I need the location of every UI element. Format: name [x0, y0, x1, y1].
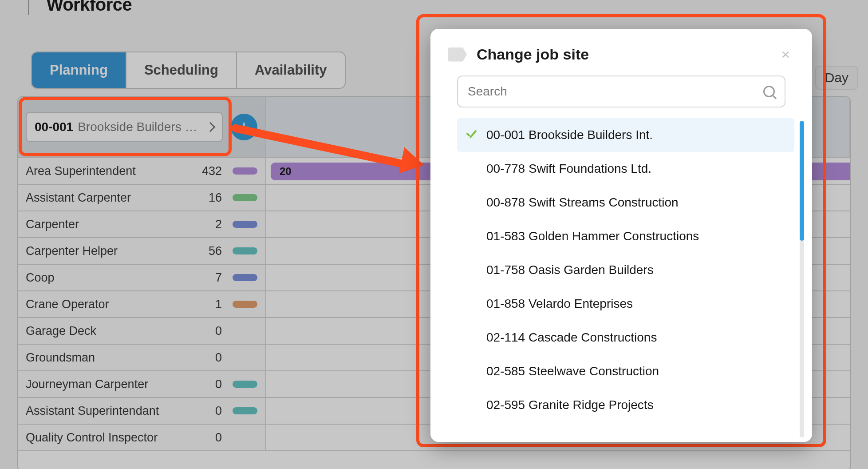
chevron-right-icon — [205, 122, 216, 132]
role-count: 0 — [215, 378, 222, 391]
job-site-option-label: 00-778 Swift Foundations Ltd. — [486, 162, 651, 176]
role-color-pill — [233, 407, 257, 414]
job-selector-wrap: 00-001 Brookside Builders … + — [18, 97, 266, 157]
modal-title: Change job site — [477, 46, 767, 63]
tab-scheduling[interactable]: Scheduling — [126, 52, 237, 88]
role-color-pill — [233, 301, 257, 308]
allocation-bar-next[interactable] — [832, 163, 851, 180]
job-site-option-label: 00-878 Swift Streams Construction — [486, 195, 679, 210]
role-count-group: 1 — [215, 298, 257, 311]
job-site-option[interactable]: 00-878 Swift Streams Construction — [457, 186, 794, 219]
add-job-button[interactable]: + — [231, 114, 257, 140]
role-count-group: 0 — [215, 431, 257, 445]
brand-separator — [28, 0, 29, 15]
role-label: Area Superintendent — [26, 164, 136, 178]
options-list-wrap: 00-001 Brookside Builders Int.00-778 Swi… — [430, 118, 812, 442]
role-row-left: Carpenter Helper56 — [18, 238, 266, 264]
job-site-option-label: 01-758 Oasis Garden Builders — [486, 263, 654, 277]
view-tabbar: PlanningSchedulingAvailability — [31, 52, 346, 89]
job-site-option-label: 01-583 Golden Hammer Constructions — [486, 229, 699, 243]
role-count-group: 7 — [215, 271, 257, 285]
role-count-group: 0 — [215, 324, 257, 338]
modal-header: Change job site × — [430, 29, 812, 76]
role-color-pill — [233, 247, 257, 254]
plus-icon: + — [239, 117, 249, 137]
job-site-option-label: 01-858 Velardo Enteprises — [486, 297, 633, 311]
role-row-left: Carpenter2 — [18, 211, 266, 237]
role-count: 0 — [215, 404, 222, 418]
check-icon — [465, 131, 477, 139]
tab-availability[interactable]: Availability — [237, 52, 345, 88]
role-count-group: 0 — [215, 351, 257, 365]
role-count-group: 0 — [215, 404, 257, 418]
role-row-left: Assistant Carpenter16 — [18, 185, 266, 211]
app-brand-row: Workforce — [16, 0, 132, 15]
role-row-left: Assistant Superintendant0 — [18, 398, 266, 424]
role-label: Assistant Superintendant — [26, 404, 159, 418]
role-label: Carpenter Helper — [26, 244, 118, 258]
job-name: Brookside Builders … — [78, 120, 202, 134]
options-list: 00-001 Brookside Builders Int.00-778 Swi… — [457, 118, 794, 442]
job-site-option[interactable]: 01-858 Velardo Enteprises — [457, 287, 794, 321]
role-count: 56 — [209, 244, 222, 258]
role-count-group: 16 — [209, 191, 257, 205]
role-color-pill — [233, 221, 257, 228]
change-job-site-modal: Change job site × 00-001 Brookside Build… — [430, 29, 812, 442]
role-color-pill — [233, 274, 257, 281]
job-site-option-label: 02-595 Granite Ridge Projects — [486, 398, 654, 412]
role-row-left: Crane Operator1 — [18, 291, 266, 317]
role-label: Garage Deck — [26, 324, 96, 338]
job-site-option[interactable]: 02-114 Cascade Constructions — [457, 321, 794, 354]
search-box[interactable] — [457, 76, 785, 107]
role-color-pill — [233, 381, 257, 388]
timescale-toggle-day[interactable]: Day — [815, 66, 858, 90]
role-label: Journeyman Carpenter — [26, 378, 148, 391]
close-icon[interactable]: × — [777, 44, 794, 65]
role-row-left: Coop7 — [18, 265, 266, 290]
job-site-option[interactable]: 01-583 Golden Hammer Constructions — [457, 219, 794, 253]
role-count: 7 — [215, 271, 222, 285]
role-row-left: Journeyman Carpenter0 — [18, 371, 266, 397]
job-site-option[interactable]: 00-778 Swift Foundations Ltd. — [457, 152, 794, 186]
role-row-left: Quality Control Inspector0 — [18, 425, 266, 450]
role-count: 0 — [215, 324, 222, 338]
role-color-pill — [233, 194, 257, 201]
page-title: Workforce — [47, 0, 132, 14]
job-site-option-label: 02-585 Steelwave Construction — [486, 364, 659, 378]
search-icon — [763, 86, 775, 97]
role-label: Groundsman — [26, 351, 95, 365]
role-count: 16 — [209, 191, 222, 205]
tag-icon — [448, 48, 467, 62]
role-color-pill — [233, 167, 257, 175]
role-count-group: 56 — [209, 244, 257, 258]
role-label: Carpenter — [26, 218, 79, 231]
job-site-option[interactable]: 02-585 Steelwave Construction — [457, 354, 794, 388]
role-count-group: 0 — [215, 378, 257, 391]
role-count: 0 — [215, 351, 222, 365]
role-label: Quality Control Inspector — [26, 431, 158, 445]
role-label: Crane Operator — [26, 298, 109, 311]
job-site-option-label: 02-114 Cascade Constructions — [486, 330, 657, 345]
role-row-left: Garage Deck0 — [18, 318, 266, 344]
role-count: 1 — [215, 298, 222, 311]
role-row-left: Groundsman0 — [18, 345, 266, 370]
job-code: 00-001 — [35, 120, 73, 134]
job-site-option-label: 00-001 Brookside Builders Int. — [486, 128, 653, 142]
role-count-group: 432 — [202, 164, 257, 178]
role-count: 0 — [215, 431, 222, 445]
search-wrap — [430, 76, 812, 118]
job-site-option[interactable]: 00-001 Brookside Builders Int. — [457, 118, 794, 152]
role-count-group: 2 — [215, 218, 257, 231]
role-label: Assistant Carpenter — [26, 191, 131, 205]
job-site-selector[interactable]: 00-001 Brookside Builders … — [26, 112, 223, 142]
role-label: Coop — [26, 271, 55, 285]
tab-planning[interactable]: Planning — [32, 52, 126, 88]
job-site-option[interactable]: 02-595 Granite Ridge Projects — [457, 388, 794, 422]
role-row-left: Area Superintendent432 — [18, 158, 266, 184]
role-count: 432 — [202, 164, 222, 178]
search-input[interactable] — [468, 84, 757, 99]
job-site-option[interactable]: 01-758 Oasis Garden Builders — [457, 253, 794, 287]
role-count: 2 — [215, 218, 222, 231]
scrollbar-thumb[interactable] — [800, 121, 804, 241]
